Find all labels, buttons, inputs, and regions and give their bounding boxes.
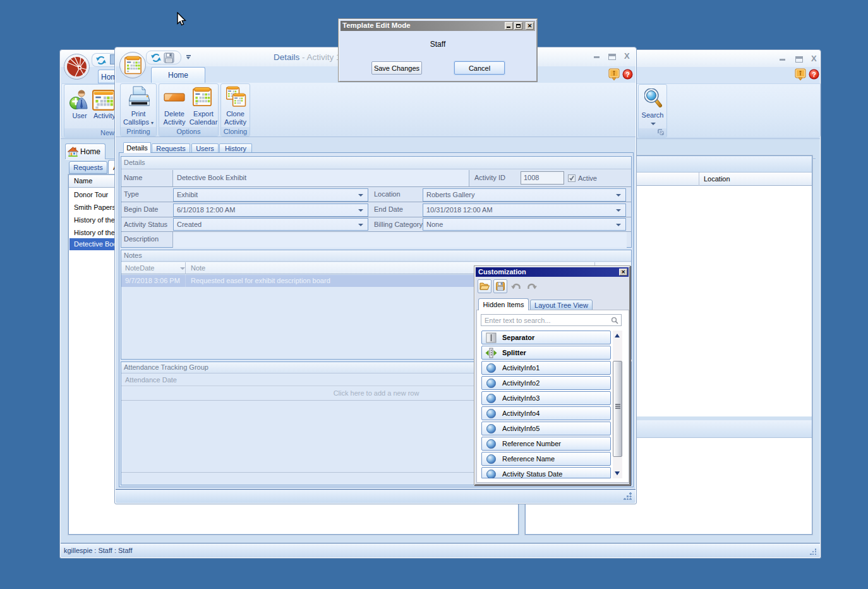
svg-text:?: ?	[625, 71, 630, 78]
svg-text:?: ?	[812, 71, 816, 78]
